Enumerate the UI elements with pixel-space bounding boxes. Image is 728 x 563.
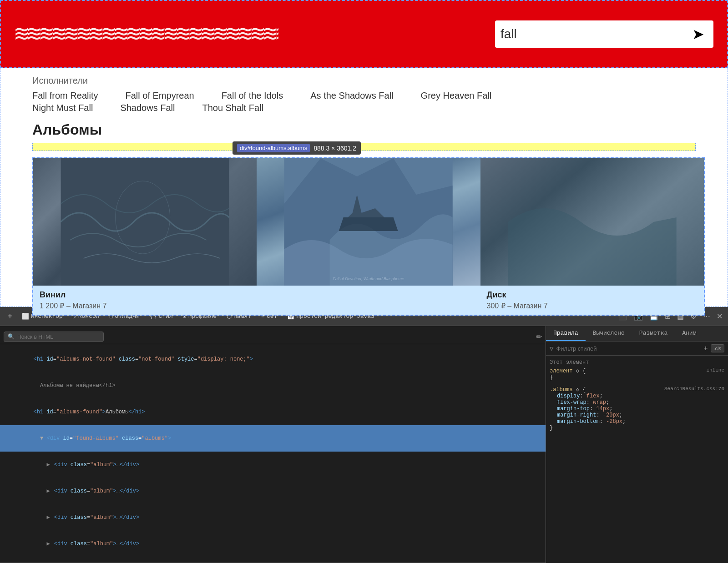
css-content: Этот элемент элемент inline ◇ { } .al	[546, 356, 728, 563]
html-line-2: Альбомы не найдены</h1>	[0, 372, 546, 399]
html-edit-button[interactable]: ✏	[536, 332, 542, 341]
artists-section-title: Исполнители	[32, 75, 696, 86]
album-card-2[interactable]: Fall of Devotion, Wrath and Blaspheme	[257, 158, 480, 315]
add-rule-button[interactable]: +	[703, 344, 708, 352]
devtools-close-button[interactable]: ✕	[715, 310, 724, 322]
css-prop-flex-wrap: flex-wrap: wrap;	[550, 399, 724, 406]
album-card-3[interactable]: Диск 300 ₽ – Магазин 7	[480, 158, 704, 315]
search-button[interactable]: ➤	[688, 25, 708, 43]
artists-grid-row2: Night Must Fall Shadows Fall Thou Shalt …	[32, 102, 696, 114]
artist-link-shadows-fall[interactable]: Shadows Fall	[120, 102, 175, 114]
album-format-1: Винил	[40, 290, 250, 300]
album-info-2	[257, 286, 480, 297]
html-line-3: <h1 id="albums-found">Альбомы</h1>	[0, 399, 546, 425]
html-line-6: ▶ <div class="album">…</div>	[0, 478, 546, 504]
html-line-selected[interactable]: ▼ <div id="found-albums" class="albums">	[0, 425, 546, 452]
css-prop-margin-top: margin-top: 14px;	[550, 406, 724, 412]
css-section-label: Этот элемент	[550, 359, 724, 366]
artist-link-night-must-fall[interactable]: Night Must Fall	[32, 102, 93, 114]
albums-section: Альбомы div#found-albums.albums 888.3 × …	[32, 118, 696, 307]
css-tab-rules[interactable]: Правила	[546, 326, 586, 341]
search-arrow-icon: ➤	[692, 26, 704, 42]
css-albums-close: }	[550, 425, 724, 431]
html-line-1: <h1 id="albums-not-found" class="not-fou…	[0, 346, 546, 372]
album-image-3	[480, 158, 704, 286]
artist-link-fall-of-empyrean[interactable]: Fall of Empyrean	[125, 90, 194, 102]
css-albums-selector-line: .albums SearchResults.css:70 ◇ {	[550, 386, 724, 393]
album-card-1[interactable]: Винил 1 200 ₽ – Магазин 7	[33, 158, 257, 315]
search-icon: 🔍	[8, 333, 15, 340]
artist-link-thou-shalt-fall[interactable]: Thou Shalt Fall	[202, 102, 263, 114]
artist-link-fall-from-reality[interactable]: Fall from Reality	[32, 90, 98, 102]
album-art-1	[33, 158, 257, 286]
album-art-3	[480, 158, 704, 286]
album-price-3: 300 ₽ – Магазин 7	[487, 302, 698, 310]
album-image-2: Fall of Devotion, Wrath and Blaspheme	[257, 158, 480, 286]
artist-link-as-the-shadows-fall[interactable]: As the Shadows Fall	[310, 90, 393, 102]
svg-rect-0	[61, 158, 229, 286]
html-toolbar: 🔍 ✏	[0, 330, 546, 344]
css-panel: Правила Вычислено Разметка Аним ▽ + .cls…	[546, 326, 728, 563]
search-input[interactable]	[500, 27, 688, 41]
css-rule-element: элемент inline ◇ { }	[550, 367, 724, 381]
html-panel: 🔍 ✏ <h1 id="albums-not-found" class="not…	[0, 326, 546, 563]
tooltip-size: 888.3 × 3601.2	[313, 145, 356, 152]
header: ≋≋≋≋≋≋≋≋≋≋≋≋≋≋≋≋≋≋≋≋≋≋≋≋≋≋≋≋≋≋≋≋≋≋≋≋≋≋≋≋…	[0, 0, 728, 68]
album-info-1: Винил 1 200 ₽ – Магазин 7	[33, 286, 257, 315]
svg-text:Fall of Devotion, Wrath and Bl: Fall of Devotion, Wrath and Blaspheme	[333, 276, 404, 281]
css-tab-layout[interactable]: Разметка	[632, 326, 675, 341]
layout-highlight-banner	[32, 143, 696, 151]
css-element-selector: элемент inline ◇ {	[550, 367, 724, 374]
artist-link-fall-of-the-idols[interactable]: Fall of the Idols	[222, 90, 283, 102]
artist-link-grey-heaven-fall[interactable]: Grey Heaven Fall	[421, 90, 492, 102]
inspector-icon: ⬜	[22, 313, 29, 320]
album-art-2: Fall of Devotion, Wrath and Blaspheme	[257, 158, 480, 286]
album-format-3: Диск	[487, 290, 698, 300]
css-rule-albums: .albums SearchResults.css:70 ◇ { display…	[550, 386, 724, 431]
albums-section-title: Альбомы	[32, 121, 696, 138]
html-search-input[interactable]	[17, 334, 90, 340]
html-line-7: ▶ <div class="album">…</div>	[0, 504, 546, 531]
devtools-add-panel-button[interactable]: +	[4, 309, 16, 323]
css-tabs: Правила Вычислено Разметка Аним	[546, 326, 728, 342]
css-tab-animations[interactable]: Аним	[675, 326, 703, 341]
albums-grid: Винил 1 200 ₽ – Магазин 7 Fall of De	[32, 157, 705, 316]
artists-grid: Fall from Reality Fall of Empyrean Fall …	[32, 90, 696, 102]
devtools-panel: + ⬜ Инспектор ▷ Консол ◻ Отладчи {} Стил…	[0, 307, 728, 563]
css-prop-display: display: flex;	[550, 393, 724, 399]
html-search-box: 🔍	[4, 332, 104, 342]
album-image-1	[33, 158, 257, 286]
css-element-close: }	[550, 374, 724, 381]
artists-section: Исполнители Fall from Reality Fall of Em…	[32, 68, 696, 118]
filter-icon: ▽	[550, 345, 553, 352]
cls-button[interactable]: .cls	[711, 344, 725, 352]
css-tab-computed[interactable]: Вычислено	[586, 326, 632, 341]
html-line-8: ▶ <div class="album">…</div>	[0, 531, 546, 557]
tooltip-tag: div#found-albums.albums	[237, 144, 310, 152]
logo-area: ≋≋≋≋≋≋≋≋≋≋≋≋≋≋≋≋≋≋≋≋≋≋≋≋≋≋≋≋≋≋≋≋≋≋≋≋≋≋≋≋…	[15, 1, 495, 67]
html-line-5: ▶ <div class="album">…</div>	[0, 452, 546, 478]
logo-waves: ≋≋≋≋≋≋≋≋≋≋≋≋≋≋≋≋≋≋≋≋≋≋≋≋≋≋≋≋≋≋≋≋≋≋≋≋≋≋≋≋…	[15, 20, 278, 49]
main-content: Исполнители Fall from Reality Fall of Em…	[0, 68, 728, 307]
devtools-body: 🔍 ✏ <h1 id="albums-not-found" class="not…	[0, 326, 728, 563]
css-filter-bar: ▽ + .cls	[546, 342, 728, 356]
album-info-3: Диск 300 ₽ – Магазин 7	[480, 286, 704, 315]
search-box: ➤	[495, 20, 713, 48]
css-filter-input[interactable]	[556, 345, 701, 352]
album-price-1: 1 200 ₽ – Магазин 7	[40, 302, 250, 310]
element-tooltip: div#found-albums.albums 888.3 × 3601.2	[233, 141, 361, 155]
css-prop-margin-bottom: margin-bottom: -28px;	[550, 418, 724, 425]
css-prop-margin-right: margin-right: -20px;	[550, 412, 724, 418]
